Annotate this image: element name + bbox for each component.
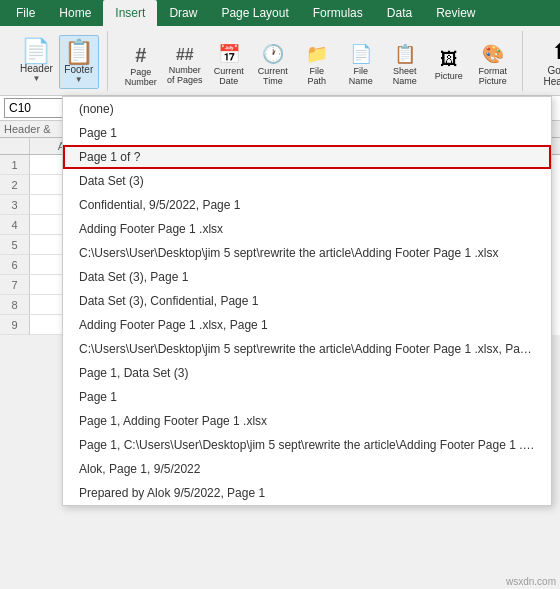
- number-of-pages-label: Numberof Pages: [167, 65, 203, 85]
- header-button-label: Header: [20, 63, 53, 74]
- footer-dropdown-menu: (none)Page 1Page 1 of ?Data Set (3) Conf…: [62, 96, 552, 506]
- dropdown-item-16[interactable]: Prepared by Alok 9/5/2022, Page 1: [63, 481, 551, 505]
- dropdown-item-3[interactable]: Data Set (3): [63, 169, 551, 193]
- header-icon: 📄: [21, 39, 51, 63]
- row-header-7: 7: [0, 275, 30, 295]
- file-path-label: FilePath: [308, 66, 327, 86]
- tab-home[interactable]: Home: [47, 0, 103, 26]
- current-time-icon: 🕐: [262, 44, 284, 66]
- ribbon-body: 📄 Header ▼ 📋 Footer ▼ # PageNumber: [0, 26, 560, 96]
- file-name-button[interactable]: 📄 FileName: [340, 42, 382, 88]
- file-name-label: FileName: [349, 66, 373, 86]
- sheet-name-button[interactable]: 📋 SheetName: [384, 42, 426, 88]
- name-box[interactable]: C10: [4, 98, 64, 118]
- dropdown-item-4[interactable]: Confidential, 9/5/2022, Page 1: [63, 193, 551, 217]
- current-date-button[interactable]: 📅 CurrentDate: [208, 42, 250, 88]
- header-footer-group: 📄 Header ▼ 📋 Footer ▼: [8, 31, 108, 91]
- row-header-8: 8: [0, 295, 30, 315]
- sheet-name-label: SheetName: [393, 66, 417, 86]
- dropdown-item-1[interactable]: Page 1: [63, 121, 551, 145]
- dropdown-item-7[interactable]: Data Set (3), Page 1: [63, 265, 551, 289]
- dropdown-item-13[interactable]: Page 1, Adding Footer Page 1 .xlsx: [63, 409, 551, 433]
- number-of-pages-button[interactable]: ## Numberof Pages: [164, 43, 206, 86]
- page-number-label: PageNumber: [125, 67, 157, 87]
- tab-formulas[interactable]: Formulas: [301, 0, 375, 26]
- dropdown-item-15[interactable]: Alok, Page 1, 9/5/2022: [63, 457, 551, 481]
- dropdown-item-10[interactable]: C:\Users\User\Desktop\jim 5 sept\rewrite…: [63, 337, 551, 361]
- number-of-pages-icon: ##: [176, 45, 194, 64]
- format-picture-label: FormatPicture: [479, 66, 508, 86]
- picture-button[interactable]: 🖼 Picture: [428, 47, 470, 83]
- page-number-icon: #: [135, 43, 146, 67]
- format-picture-icon: 🎨: [482, 44, 504, 66]
- dropdown-item-2[interactable]: Page 1 of ?: [63, 145, 551, 169]
- dropdown-item-11[interactable]: Page 1, Data Set (3): [63, 361, 551, 385]
- row-header-2: 2: [0, 175, 30, 195]
- current-time-button[interactable]: 🕐 CurrentTime: [252, 42, 294, 88]
- watermark: wsxdn.com: [506, 576, 556, 587]
- dropdown-item-6[interactable]: C:\Users\User\Desktop\jim 5 sept\rewrite…: [63, 241, 551, 265]
- picture-icon: 🖼: [440, 49, 458, 71]
- current-date-icon: 📅: [218, 44, 240, 66]
- header-button[interactable]: 📄 Header ▼: [16, 35, 57, 89]
- row-header-9: 9: [0, 315, 30, 335]
- tab-file[interactable]: File: [4, 0, 47, 26]
- picture-label: Picture: [435, 71, 463, 81]
- goto-header-button[interactable]: ⬆ Go toHeader: [535, 37, 560, 89]
- goto-group: ⬆ Go toHeader: [527, 31, 560, 91]
- current-date-label: CurrentDate: [214, 66, 244, 86]
- dropdown-item-12[interactable]: Page 1: [63, 385, 551, 409]
- tab-page-layout[interactable]: Page Layout: [209, 0, 300, 26]
- row-header-5: 5: [0, 235, 30, 255]
- footer-dropdown-arrow[interactable]: ▼: [75, 75, 83, 84]
- current-time-label: CurrentTime: [258, 66, 288, 86]
- ribbon-tab-bar: File Home Insert Draw Page Layout Formul…: [0, 0, 560, 26]
- goto-header-label: Go toHeader: [543, 65, 560, 87]
- tab-data[interactable]: Data: [375, 0, 424, 26]
- footer-button-label: Footer: [64, 64, 93, 75]
- sheet-name-icon: 📋: [394, 44, 416, 66]
- tab-insert[interactable]: Insert: [103, 0, 157, 26]
- header-dropdown-arrow[interactable]: ▼: [32, 74, 40, 83]
- dropdown-item-9[interactable]: Adding Footer Page 1 .xlsx, Page 1: [63, 313, 551, 337]
- dropdown-item-0[interactable]: (none): [63, 97, 551, 121]
- goto-header-icon: ⬆: [551, 39, 560, 65]
- row-header-1: 1: [0, 155, 30, 175]
- dropdown-item-5[interactable]: Adding Footer Page 1 .xlsx: [63, 217, 551, 241]
- dropdown-item-14[interactable]: Page 1, C:\Users\User\Desktop\jim 5 sept…: [63, 433, 551, 457]
- format-picture-button[interactable]: 🎨 FormatPicture: [472, 42, 514, 88]
- corner-cell: [0, 138, 30, 154]
- header-elements-group: # PageNumber ## Numberof Pages 📅 Current…: [112, 31, 523, 91]
- row-header-6: 6: [0, 255, 30, 275]
- row-header-4: 4: [0, 215, 30, 235]
- file-path-icon: 📁: [306, 44, 328, 66]
- footer-button[interactable]: 📋 Footer ▼: [59, 35, 99, 89]
- tab-draw[interactable]: Draw: [157, 0, 209, 26]
- row-header-3: 3: [0, 195, 30, 215]
- page-number-button[interactable]: # PageNumber: [120, 41, 162, 89]
- tab-review[interactable]: Review: [424, 0, 487, 26]
- file-path-button[interactable]: 📁 FilePath: [296, 42, 338, 88]
- header-elements-row: # PageNumber ## Numberof Pages 📅 Current…: [120, 41, 514, 89]
- footer-icon: 📋: [64, 40, 94, 64]
- file-name-icon: 📄: [350, 44, 372, 66]
- dropdown-item-8[interactable]: Data Set (3), Confidential, Page 1: [63, 289, 551, 313]
- ribbon: File Home Insert Draw Page Layout Formul…: [0, 0, 560, 96]
